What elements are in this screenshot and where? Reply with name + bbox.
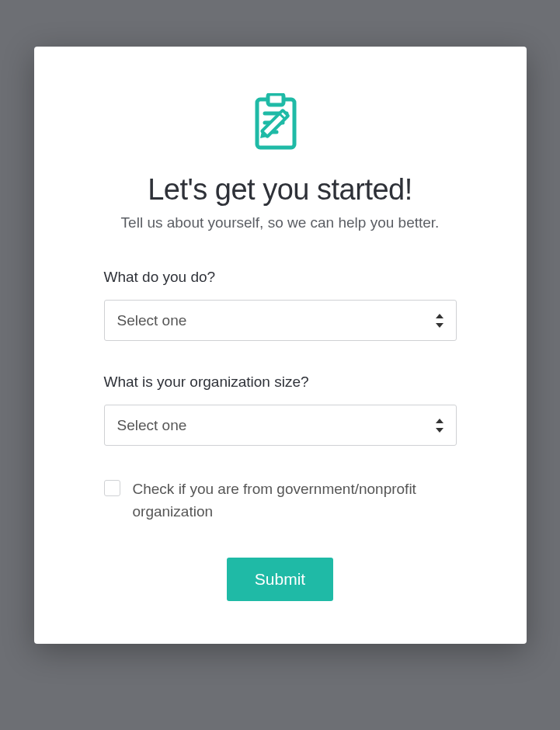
clipboard-edit-icon bbox=[253, 93, 308, 151]
role-select-wrapper: Select one bbox=[104, 300, 457, 341]
nonprofit-checkbox-group: Check if you are from government/nonprof… bbox=[104, 478, 457, 523]
onboarding-modal: Let's get you started! Tell us about you… bbox=[34, 47, 527, 644]
modal-subtitle: Tell us about yourself, so we can help y… bbox=[104, 214, 457, 231]
role-label: What do you do? bbox=[104, 269, 457, 286]
modal-overlay: Let's get you started! Tell us about you… bbox=[0, 0, 560, 730]
role-field-group: What do you do? Select one bbox=[104, 269, 457, 341]
icon-wrapper bbox=[104, 93, 457, 151]
svg-rect-1 bbox=[268, 94, 283, 105]
org-size-label: What is your organization size? bbox=[104, 374, 457, 391]
org-size-field-group: What is your organization size? Select o… bbox=[104, 374, 457, 446]
org-size-select-wrapper: Select one bbox=[104, 405, 457, 446]
nonprofit-label[interactable]: Check if you are from government/nonprof… bbox=[133, 478, 457, 523]
org-size-select[interactable]: Select one bbox=[104, 405, 457, 446]
submit-button[interactable]: Submit bbox=[227, 558, 333, 601]
role-select[interactable]: Select one bbox=[104, 300, 457, 341]
nonprofit-checkbox[interactable] bbox=[104, 480, 120, 496]
submit-wrapper: Submit bbox=[104, 558, 457, 601]
modal-title: Let's get you started! bbox=[104, 173, 457, 207]
